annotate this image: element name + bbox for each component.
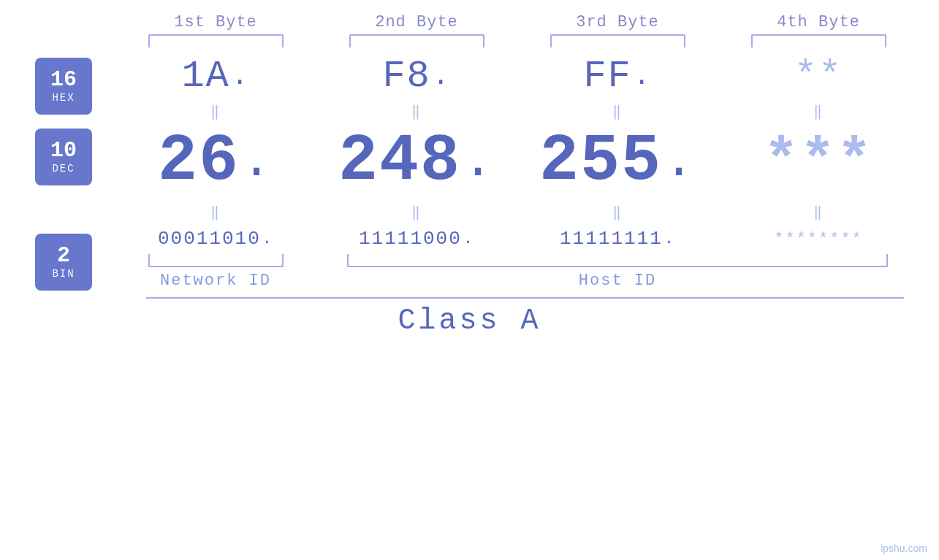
bin-cell-1: 00011010 .: [115, 228, 316, 250]
bracket-2: [316, 34, 517, 47]
main-container: 1st Byte 2nd Byte 3rd Byte 4th Byte 16 H…: [0, 0, 939, 560]
dec-cell-3: 255 .: [517, 124, 718, 199]
dec-value-3: 255: [539, 124, 662, 199]
bin-dot-3: .: [664, 230, 674, 248]
id-label-row: Network ID Host ID: [0, 272, 939, 290]
bin-section: 2 BIN 00011010 . 11111000 . 11111111 . *…: [0, 228, 939, 250]
bin-badge: 2 BIN: [35, 234, 92, 291]
dec-value-4: ***: [764, 129, 873, 195]
byte-label-2: 2nd Byte: [316, 13, 517, 31]
byte-label-4: 4th Byte: [718, 13, 919, 31]
dec-base-label: DEC: [52, 163, 75, 174]
eq1-1: ‖: [115, 102, 316, 120]
bin-value-3: 11111111: [560, 228, 663, 250]
class-label: Class A: [0, 304, 939, 337]
hex-base-label: HEX: [52, 92, 75, 104]
dec-dot-2: .: [463, 133, 493, 191]
dec-cell-2: 248 .: [316, 124, 517, 199]
byte-label-1: 1st Byte: [115, 13, 316, 31]
class-bracket-line: [146, 297, 904, 299]
class-section: Class A: [0, 297, 939, 337]
hex-cell-2: F8 .: [316, 55, 517, 98]
network-bracket: [148, 254, 284, 267]
host-bracket: [347, 254, 888, 267]
hex-base-number: 16: [50, 69, 77, 91]
dec-value-1: 26: [158, 124, 240, 199]
hex-value-1: 1A: [181, 55, 229, 98]
eq2-1: ‖: [115, 203, 316, 221]
hex-cell-1: 1A .: [115, 55, 316, 98]
eq1-3: ‖: [517, 102, 718, 120]
dec-dot-1: .: [241, 133, 272, 191]
host-id-label: Host ID: [316, 272, 919, 290]
hex-values-row: 1A . F8 . FF . **: [0, 55, 939, 98]
eq1-2: ‖: [316, 102, 517, 120]
hex-value-2: F8: [382, 55, 430, 98]
bin-cell-4: ********: [718, 230, 919, 248]
bin-dot-1: .: [262, 230, 272, 248]
eq2-4: ‖: [718, 203, 919, 221]
eq2-3: ‖: [517, 203, 718, 221]
bin-base-label: BIN: [52, 268, 75, 280]
dec-values-row: 26 . 248 . 255 . ***: [0, 124, 939, 199]
equals-row-1: ‖ ‖ ‖ ‖: [0, 98, 939, 124]
dec-base-number: 10: [50, 139, 77, 161]
network-id-label: Network ID: [115, 272, 316, 290]
bottom-brackets-row: [0, 254, 939, 267]
network-bracket-container: [115, 254, 316, 267]
hex-section: 16 HEX 1A . F8 . FF . **: [0, 55, 939, 98]
hex-dot-2: .: [433, 61, 449, 92]
hex-value-4: **: [794, 55, 843, 98]
byte-labels-row: 1st Byte 2nd Byte 3rd Byte 4th Byte: [0, 0, 939, 31]
hex-badge: 16 HEX: [35, 58, 92, 115]
bin-value-1: 00011010: [158, 228, 261, 250]
bracket-1: [115, 34, 316, 47]
eq2-2: ‖: [316, 203, 517, 221]
hex-dot-3: .: [634, 61, 650, 92]
bin-base-number: 2: [57, 245, 70, 266]
bracket-4: [718, 34, 919, 47]
dec-section: 10 DEC 26 . 248 . 255 . ***: [0, 124, 939, 199]
watermark: ipshu.com: [881, 542, 927, 554]
top-brackets-row: [0, 34, 939, 47]
hex-value-3: FF: [583, 55, 631, 98]
bracket-3: [517, 34, 718, 47]
bin-values-row: 00011010 . 11111000 . 11111111 . *******…: [0, 228, 939, 250]
bin-value-2: 11111000: [359, 228, 462, 250]
bin-cell-3: 11111111 .: [517, 228, 718, 250]
hex-cell-3: FF .: [517, 55, 718, 98]
hex-cell-4: **: [718, 55, 919, 98]
dec-badge: 10 DEC: [35, 129, 92, 185]
hex-dot-1: .: [232, 61, 248, 92]
bin-dot-2: .: [463, 230, 473, 248]
dec-dot-3: .: [664, 133, 694, 191]
host-bracket-container: [316, 254, 919, 267]
byte-label-3: 3rd Byte: [517, 13, 718, 31]
bin-cell-2: 11111000 .: [316, 228, 517, 250]
bin-value-4: ********: [774, 230, 863, 248]
eq1-4: ‖: [718, 102, 919, 120]
dec-value-2: 248: [338, 124, 461, 199]
dec-cell-4: ***: [718, 129, 919, 195]
dec-cell-1: 26 .: [115, 124, 316, 199]
equals-row-2: ‖ ‖ ‖ ‖: [0, 199, 939, 225]
